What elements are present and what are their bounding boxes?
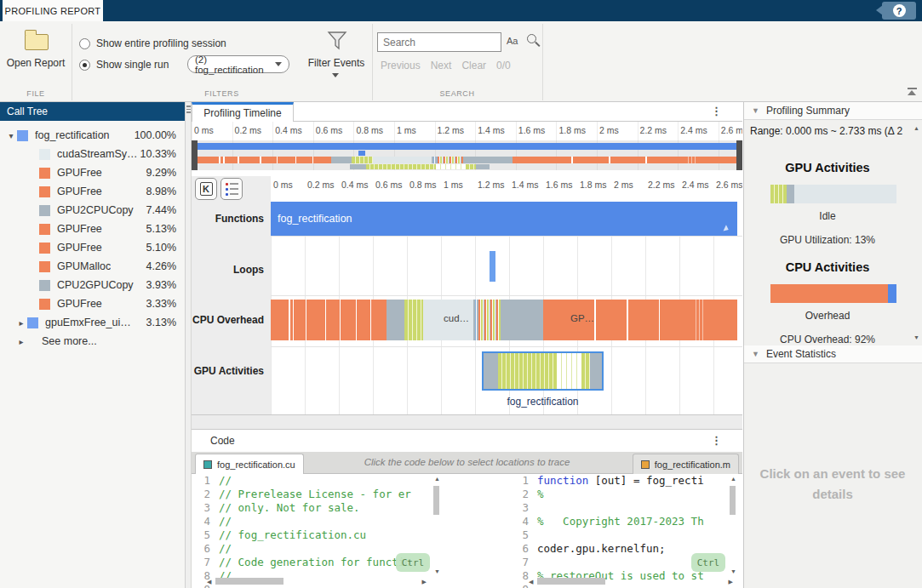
radio-icon[interactable] [79, 38, 90, 49]
timeline-scroll-band[interactable] [192, 414, 742, 430]
filter-funnel-icon[interactable] [327, 31, 347, 50]
timeline-segment[interactable] [350, 164, 367, 169]
range-handle-right[interactable] [736, 140, 742, 170]
timeline-segment[interactable] [490, 164, 736, 169]
timeline-segment[interactable] [466, 164, 475, 169]
timeline-segment[interactable] [590, 353, 602, 389]
clear-button[interactable]: Clear [461, 60, 486, 71]
timeline-segment[interactable] [313, 157, 331, 163]
range-handle-left[interactable] [192, 140, 198, 170]
code-line[interactable]: 1function [out] = fog_recti [476, 474, 742, 488]
timeline-segment[interactable] [432, 157, 438, 163]
call-tree-row[interactable]: GPUFree5.13% [0, 220, 185, 238]
timeline-segment[interactable] [365, 151, 736, 156]
call-tree-row[interactable]: GPUFree5.10% [0, 238, 185, 257]
timeline-segment[interactable] [331, 157, 352, 163]
m-vertical-scrollbar[interactable]: ▲ ▼ [729, 476, 737, 574]
scroll-down-icon[interactable]: ▼ [913, 334, 919, 340]
overview-functions-row[interactable] [198, 143, 736, 150]
help-button[interactable]: ? [882, 2, 916, 20]
timeline-segment[interactable] [358, 151, 365, 156]
call-tree-row[interactable]: ▾fog_rectification100.00% [0, 126, 185, 145]
kernel-filter-button[interactable]: K [195, 178, 217, 200]
timeline-segment[interactable] [357, 300, 370, 340]
call-tree-row[interactable]: GPUFree3.33% [0, 294, 185, 313]
code-line[interactable]: 5// fog_rectification.cu [192, 528, 466, 542]
profiling-summary-header[interactable]: ▼ Profiling Summary [744, 102, 922, 120]
tab-m-file[interactable]: fog_rectification.m [633, 454, 739, 474]
timeline-segment[interactable] [498, 353, 558, 389]
timeline-segment[interactable] [628, 300, 659, 340]
tab-profiling-report[interactable]: PROFILING REPORT [3, 0, 103, 21]
scroll-up-icon[interactable]: ▲ [913, 125, 919, 131]
open-folder-icon[interactable] [25, 34, 49, 50]
timeline-menu-icon[interactable]: ⋮ [711, 105, 722, 117]
timeline-segment[interactable] [501, 300, 543, 340]
timeline-segment[interactable] [326, 300, 340, 340]
timeline-segment[interactable] [271, 300, 289, 340]
gpu-activities-bar-selected[interactable] [482, 351, 604, 391]
timeline-segment[interactable] [794, 185, 896, 203]
timeline-segment[interactable] [484, 353, 498, 389]
radio-selected-icon[interactable] [79, 60, 90, 71]
event-statistics-header[interactable]: ▼ Event Statistics [744, 345, 922, 363]
code-line[interactable]: 3// only. Not for sale. [192, 501, 466, 515]
radio-entire-session[interactable]: Show entire profiling session [79, 37, 226, 49]
m-horizontal-scrollbar[interactable]: ◀ ▶ [529, 577, 733, 586]
collapse-ribbon-button[interactable] [906, 88, 918, 95]
timeline-segment[interactable] [352, 157, 373, 163]
timeline-segment[interactable] [787, 185, 794, 203]
code-line[interactable]: 3 [476, 501, 742, 515]
code-menu-icon[interactable]: ⋮ [711, 434, 722, 447]
timeline-segment[interactable] [685, 157, 698, 163]
timeline-segment[interactable] [478, 300, 501, 340]
timeline-segment[interactable] [660, 300, 692, 340]
expand-arrow-icon[interactable]: ▸ [15, 337, 27, 346]
call-tree-row[interactable]: CPU2GPUCopy3.93% [0, 276, 185, 294]
panel-divider-handle[interactable] [186, 102, 192, 588]
timeline-segment[interactable] [557, 353, 581, 389]
timeline-plot[interactable]: fog_rectification cud… GP… fog_rectifica… [271, 202, 742, 414]
cpu-overhead-bar[interactable] [271, 300, 737, 340]
timeline-segment[interactable] [198, 143, 736, 150]
call-tree-row[interactable]: ▸gpuEmxFree_ui…3.13% [0, 313, 185, 332]
run-selector-dropdown[interactable]: (2) fog_rectification [187, 55, 289, 73]
overview-loops-row[interactable] [198, 151, 736, 156]
code-line[interactable]: 4% Copyright 2017-2023 Th [476, 515, 742, 528]
cu-vertical-scrollbar[interactable]: ▲ ▼ [432, 476, 441, 574]
timeline-segment[interactable] [198, 164, 350, 169]
timeline-segment[interactable] [596, 300, 627, 340]
match-case-button[interactable]: Aa [507, 36, 518, 46]
timeline-segment[interactable] [225, 157, 238, 163]
collapse-triangle-icon[interactable]: ▼ [752, 106, 759, 115]
next-button[interactable]: Next [431, 60, 452, 71]
radio-single-run[interactable]: Show single run [79, 59, 169, 71]
timeline-segment[interactable] [198, 151, 358, 156]
search-icon[interactable] [527, 34, 536, 43]
code-line[interactable]: 5 [476, 528, 742, 542]
overview-cpu-row[interactable] [198, 157, 736, 163]
timeline-segment[interactable] [373, 157, 432, 163]
timeline-segment[interactable] [463, 157, 513, 163]
timeline-segment[interactable] [770, 185, 787, 203]
tab-profiling-timeline[interactable]: Profiling Timeline [192, 102, 294, 122]
overview-gpu-row[interactable] [198, 164, 736, 169]
code-line[interactable]: 2% [476, 488, 742, 501]
timeline-segment[interactable] [278, 157, 295, 163]
timeline-segment[interactable] [698, 157, 736, 163]
timeline-segment[interactable] [306, 300, 324, 340]
timeline-segment[interactable] [573, 157, 609, 163]
call-tree-row[interactable]: cudaStreamSy…10.33% [0, 145, 185, 163]
functions-event-bar[interactable]: fog_rectification [271, 202, 737, 236]
timeline-segment[interactable] [770, 284, 888, 303]
timeline-segment[interactable] [239, 157, 261, 163]
timeline-segment[interactable] [261, 157, 277, 163]
code-line[interactable]: 4// [192, 515, 466, 528]
open-report-button[interactable]: Open Report [0, 57, 72, 69]
code-line[interactable]: 1// [192, 474, 466, 488]
filter-events-button[interactable]: Filter Events [303, 57, 369, 69]
timeline-segment[interactable] [513, 157, 572, 163]
timeline-segment[interactable] [296, 157, 312, 163]
previous-button[interactable]: Previous [381, 60, 421, 71]
overview-strip[interactable] [192, 140, 742, 170]
